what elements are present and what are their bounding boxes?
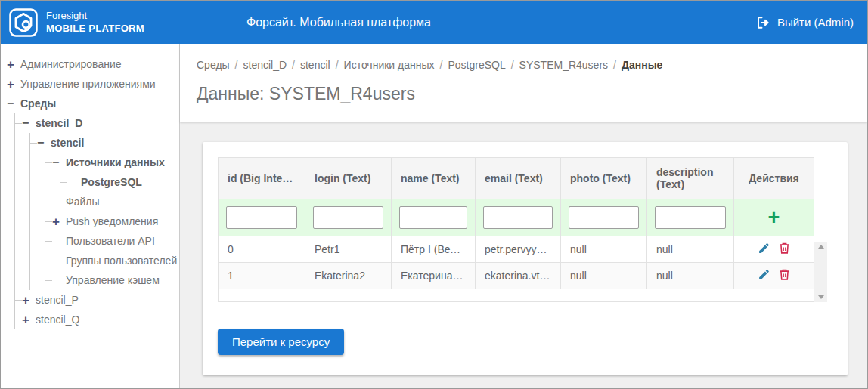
app-title: Форсайт. Мобильная платформа [246, 1, 431, 44]
sidebar-item-stencil-p[interactable]: stencil_P [22, 290, 175, 310]
sidebar-item-stencil-d[interactable]: stencil_D [22, 113, 175, 133]
add-row-button[interactable] [768, 208, 780, 228]
filter-name-input[interactable] [399, 206, 467, 229]
table-empty-space [219, 289, 814, 302]
cell-name: Екатерина II (… [392, 263, 476, 289]
sidebar-item-api-users[interactable]: Пользователи API [52, 231, 175, 251]
col-header-photo: photo (Text) [561, 158, 647, 199]
scroll-down-icon[interactable] [818, 295, 824, 299]
logout-button[interactable]: Выйти (Admin) [756, 1, 854, 44]
breadcrumb-data-sources[interactable]: Источники данных [344, 59, 448, 71]
cell-id: 0 [219, 236, 305, 263]
row-actions [758, 242, 791, 255]
col-header-name: name (Text) [392, 158, 476, 199]
cell-photo: null [561, 263, 647, 289]
breadcrumb-postgresql[interactable]: PostgreSQL [448, 59, 519, 71]
filter-row [219, 199, 814, 236]
edit-button[interactable] [758, 242, 770, 255]
filter-id-input[interactable] [226, 206, 297, 229]
collapse-icon[interactable] [22, 117, 36, 129]
filter-description-input[interactable] [655, 206, 726, 229]
expand-icon[interactable] [52, 215, 66, 228]
sidebar-item-push-notifications[interactable]: Push уведомления [52, 211, 175, 231]
delete-button[interactable] [778, 268, 791, 281]
cell-photo: null [561, 236, 647, 263]
table-row: 0 Petr1 Пётр I (Велики… petr.pervyy@g… n… [219, 236, 814, 263]
app-window: Foresight MOBILE PLATFORM Форсайт. Мобил… [0, 0, 868, 389]
breadcrumb-stencil[interactable]: stencil [300, 59, 344, 71]
col-header-login: login (Text) [305, 158, 392, 199]
app-header: Foresight MOBILE PLATFORM Форсайт. Мобил… [1, 1, 867, 44]
table-row: 1 Ekaterina2 Екатерина II (… ekaterina.v… [219, 263, 814, 289]
sidebar-item-files[interactable]: Файлы [52, 192, 175, 211]
cell-email: ekaterina.vtora… [476, 263, 561, 289]
page-title: Данные: SYSTEM_R4users [197, 84, 867, 104]
collapse-icon[interactable] [52, 156, 66, 168]
logo-line2: MOBILE PLATFORM [46, 23, 144, 35]
expand-icon[interactable] [22, 294, 36, 307]
logout-icon [756, 16, 770, 29]
col-header-email: email (Text) [476, 158, 561, 199]
collapse-icon[interactable] [37, 137, 51, 149]
row-actions [758, 268, 791, 281]
sidebar-nav: Администрирование Управление приложениям… [1, 44, 180, 388]
table-scrollbar[interactable] [814, 242, 827, 302]
cell-email: petr.pervyy@g… [476, 236, 561, 263]
col-header-id: id (Big Integer) [219, 158, 305, 199]
sidebar-item-administration[interactable]: Администрирование [7, 54, 175, 74]
app-logo: Foresight MOBILE PLATFORM [8, 8, 144, 38]
data-card: id (Big Integer) login (Text) name (Text… [203, 142, 848, 375]
logo-line1: Foresight [46, 10, 144, 22]
sidebar-item-data-sources[interactable]: Источники данных [52, 153, 175, 172]
sidebar-item-stencil[interactable]: stencil [37, 133, 175, 153]
goto-resource-button[interactable]: Перейти к ресурсу [218, 329, 344, 355]
cell-id: 1 [219, 263, 305, 289]
edit-pencil-icon [758, 242, 770, 255]
expand-icon[interactable] [22, 313, 36, 326]
delete-button[interactable] [778, 242, 791, 255]
delete-trash-icon [778, 242, 791, 255]
sidebar-item-stencil-q[interactable]: stencil_Q [22, 310, 175, 329]
content-area: id (Big Integer) login (Text) name (Text… [180, 122, 867, 388]
breadcrumb-data-current: Данные [622, 59, 662, 71]
cell-description: null [647, 263, 734, 289]
table-header-row: id (Big Integer) login (Text) name (Text… [219, 158, 814, 199]
foresight-logo-icon [8, 8, 39, 38]
delete-trash-icon [778, 268, 791, 281]
breadcrumb-environments[interactable]: Среды [197, 59, 243, 71]
breadcrumb-system-r4users[interactable]: SYSTEM_R4users [519, 59, 622, 71]
cell-login: Petr1 [305, 236, 392, 263]
logo-text: Foresight MOBILE PLATFORM [46, 10, 144, 35]
sidebar-item-cache-management[interactable]: Управление кэшем [52, 270, 175, 290]
expand-icon[interactable] [7, 78, 20, 91]
filter-photo-input[interactable] [569, 206, 639, 229]
edit-pencil-icon [758, 268, 770, 281]
scroll-up-icon[interactable] [818, 245, 824, 249]
cell-login: Ekaterina2 [305, 263, 392, 289]
sidebar-item-postgresql[interactable]: PostgreSQL [67, 172, 175, 192]
tree-group-stencil: Источники данных PostgreSQL Файлы [45, 153, 175, 290]
breadcrumb: Среды stencil_D stencil Источники данных… [197, 59, 867, 71]
edit-button[interactable] [758, 268, 770, 281]
sidebar-item-user-groups[interactable]: Группы пользователей [52, 251, 175, 270]
col-header-description: description (Text) [647, 158, 734, 199]
cell-name: Пётр I (Велики… [392, 236, 476, 263]
sidebar-item-environments[interactable]: Среды [7, 94, 175, 113]
content-header: Среды stencil_D stencil Источники данных… [180, 44, 867, 122]
col-header-actions: Действия [734, 158, 814, 199]
logout-label: Выйти (Admin) [777, 16, 854, 29]
tree-group-data-sources: PostgreSQL [60, 172, 175, 192]
breadcrumb-stencil-d[interactable]: stencil_D [243, 59, 300, 71]
tree-group-environments: stencil_D stencil Источники данных [14, 113, 175, 329]
cell-description: null [647, 236, 734, 263]
collapse-icon[interactable] [7, 97, 20, 110]
filter-email-input[interactable] [483, 206, 553, 229]
sidebar-item-app-management[interactable]: Управление приложениями [7, 74, 175, 94]
expand-icon[interactable] [7, 58, 20, 71]
data-table-wrap: id (Big Integer) login (Text) name (Text… [218, 157, 827, 302]
data-table: id (Big Integer) login (Text) name (Text… [218, 157, 814, 302]
filter-login-input[interactable] [313, 206, 383, 229]
tree-group-stencil-d: stencil Источники данных PostgreSQL [29, 133, 175, 290]
